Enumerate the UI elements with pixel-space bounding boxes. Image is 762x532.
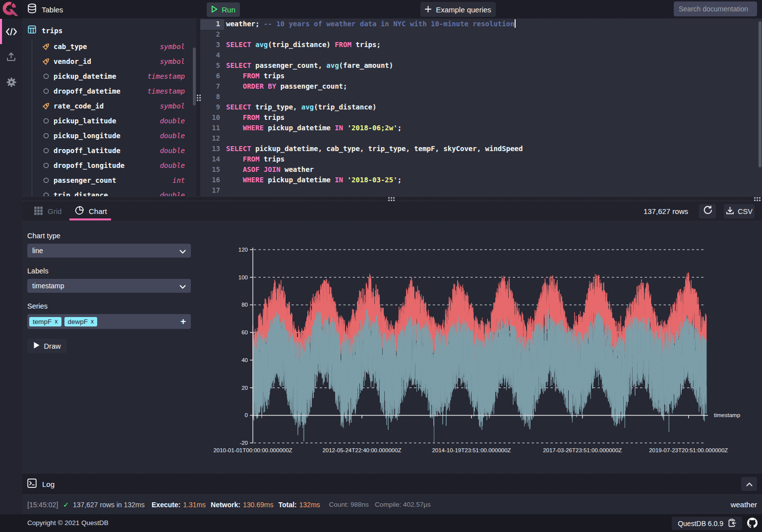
column-type: double <box>160 117 185 125</box>
chart-type-label: Chart type <box>27 232 191 240</box>
active-tab-underline <box>69 218 111 220</box>
chart-type-select[interactable]: line <box>27 244 191 258</box>
table-icon <box>28 25 36 36</box>
refresh-icon <box>703 206 712 217</box>
svg-text:timestamp: timestamp <box>714 412 740 418</box>
column-item-pickup_datetime[interactable]: pickup_datetimetimestamp <box>22 69 196 84</box>
svg-text:80: 80 <box>241 302 248 308</box>
remove-tag-icon[interactable]: x <box>55 318 58 325</box>
column-item-trip_distance[interactable]: trip_distancedouble <box>22 188 196 196</box>
status-time: [15:45:02] <box>27 501 58 509</box>
github-icon[interactable] <box>747 518 758 530</box>
column-type: symbol <box>160 102 185 110</box>
sidebar-item-import[interactable] <box>0 44 22 69</box>
column-item-rate_code_id[interactable]: rate_code_idsymbol <box>22 99 196 113</box>
terminal-icon <box>27 479 37 489</box>
plus-icon <box>425 5 431 14</box>
column-circle-icon <box>42 162 50 168</box>
horizontal-splitter[interactable] <box>22 196 762 201</box>
column-type: double <box>160 161 185 169</box>
svg-text:2010-01-01T00:00:00.000000Z: 2010-01-01T00:00:00.000000Z <box>213 447 292 453</box>
column-name: vendor_id <box>54 57 91 65</box>
labels-select[interactable]: timestamp <box>27 279 191 293</box>
csv-download-button[interactable]: CSV <box>724 204 755 218</box>
drag-handle-icon <box>197 95 201 101</box>
column-item-vendor_id[interactable]: vendor_idsymbol <box>22 54 196 69</box>
log-bar[interactable]: Log <box>22 473 762 494</box>
svg-text:20: 20 <box>241 385 248 391</box>
column-type: symbol <box>160 43 185 51</box>
column-type: int <box>173 176 185 184</box>
editor-line-10[interactable]: 10 FROM trips <box>200 112 762 123</box>
status-row: [15:45:02] ✓ 137,627 rows in 132ms Execu… <box>22 494 762 514</box>
search-documentation-input[interactable] <box>674 1 757 16</box>
editor-line-1[interactable]: 1weather; -- 10 years of weather data in… <box>200 19 762 29</box>
editor-line-17[interactable]: 17 <box>200 185 762 196</box>
editor-line-5[interactable]: 5SELECT passenger_count, avg(fare_amount… <box>200 60 762 71</box>
column-item-pickup_latitude[interactable]: pickup_latitudedouble <box>22 113 196 128</box>
add-series-icon[interactable]: + <box>180 316 186 327</box>
sidebar-item-settings[interactable] <box>0 69 22 95</box>
results-panel: -200204060801001202010-01-01T00:00:00.00… <box>22 201 762 473</box>
questdb-logo[interactable] <box>0 0 22 19</box>
sidebar-item-console[interactable] <box>0 19 22 44</box>
play-icon <box>211 5 218 14</box>
symbol-indexed-icon <box>42 58 50 65</box>
column-name: dropoff_datetime <box>54 87 120 95</box>
tables-scrollbar[interactable] <box>193 48 196 106</box>
editor-line-9[interactable]: 9SELECT trip_type, avg(trip_distance) <box>200 102 762 112</box>
remove-tag-icon[interactable]: x <box>91 318 94 325</box>
svg-text:120: 120 <box>238 247 248 253</box>
editor-line-8[interactable]: 8 <box>200 92 762 102</box>
tab-grid[interactable]: Grid <box>34 201 61 221</box>
column-type: timestamp <box>147 72 185 80</box>
example-queries-button[interactable]: Example queries <box>420 2 496 17</box>
series-tag-tempF[interactable]: tempFx <box>29 317 61 326</box>
column-item-dropoff_latitude[interactable]: dropoff_latitudedouble <box>22 143 196 158</box>
column-name: pickup_datetime <box>54 72 116 80</box>
column-circle-icon <box>42 133 50 139</box>
draw-button[interactable]: Draw <box>27 339 67 353</box>
editor-line-4[interactable]: 4 <box>200 50 762 60</box>
editor-line-13[interactable]: 13SELECT pickup_datetime, cab_type, trip… <box>200 144 762 154</box>
svg-text:40: 40 <box>241 357 248 363</box>
version-button[interactable]: QuestDB 6.0.9 <box>672 517 742 530</box>
series-tag-dewpF[interactable]: dewpFx <box>64 317 98 326</box>
column-item-pickup_longitude[interactable]: pickup_longitudedouble <box>22 128 196 143</box>
text-cursor <box>515 19 516 28</box>
svg-text:100: 100 <box>238 274 248 280</box>
series-input[interactable]: tempFxdewpFx + <box>27 314 191 329</box>
editor-line-15[interactable]: 15 ASOF JOIN weather <box>200 164 762 175</box>
sql-editor[interactable]: 1weather; -- 10 years of weather data in… <box>200 19 762 196</box>
column-item-passenger_count[interactable]: passenger_countint <box>22 173 196 188</box>
editor-line-16[interactable]: 16 WHERE pickup_datetime IN '2018-03-25'… <box>200 175 762 185</box>
tree-guide-line <box>32 40 32 196</box>
editor-line-6[interactable]: 6 FROM trips <box>200 71 762 81</box>
column-name: passenger_count <box>54 176 116 184</box>
editor-line-3[interactable]: 3SELECT avg(trip_distance) FROM trips; <box>200 40 762 50</box>
svg-text:0: 0 <box>245 412 248 418</box>
column-type: symbol <box>160 57 185 65</box>
column-type: double <box>160 191 185 196</box>
editor-line-2[interactable]: 2 <box>200 29 762 40</box>
drag-handle-icon <box>754 197 761 201</box>
svg-text:-20: -20 <box>239 440 248 446</box>
chevron-down-icon <box>179 248 186 256</box>
copy-icon <box>728 519 736 529</box>
status-rows: 137,627 rows in 132ms <box>73 501 145 509</box>
column-type: double <box>160 147 185 155</box>
editor-scrollbar[interactable] <box>759 21 762 167</box>
column-item-dropoff_datetime[interactable]: dropoff_datetimetimestamp <box>22 84 196 99</box>
table-item-trips[interactable]: trips <box>22 19 196 39</box>
editor-line-11[interactable]: 11 WHERE pickup_datetime IN '2018-06;2w'… <box>200 123 762 133</box>
column-item-dropoff_longitude[interactable]: dropoff_longitudedouble <box>22 158 196 173</box>
log-collapse-button[interactable] <box>741 477 757 491</box>
vertical-splitter[interactable] <box>196 19 200 196</box>
run-button[interactable]: Run <box>207 2 240 17</box>
svg-text:2019-07-23T20:51:00.000000Z: 2019-07-23T20:51:00.000000Z <box>649 447 728 453</box>
column-item-cab_type[interactable]: cab_typesymbol <box>22 39 196 54</box>
editor-line-7[interactable]: 7 ORDER BY passenger_count; <box>200 81 762 92</box>
editor-line-14[interactable]: 14 FROM trips <box>200 154 762 164</box>
refresh-button[interactable] <box>699 204 716 218</box>
editor-line-12[interactable]: 12 <box>200 133 762 144</box>
